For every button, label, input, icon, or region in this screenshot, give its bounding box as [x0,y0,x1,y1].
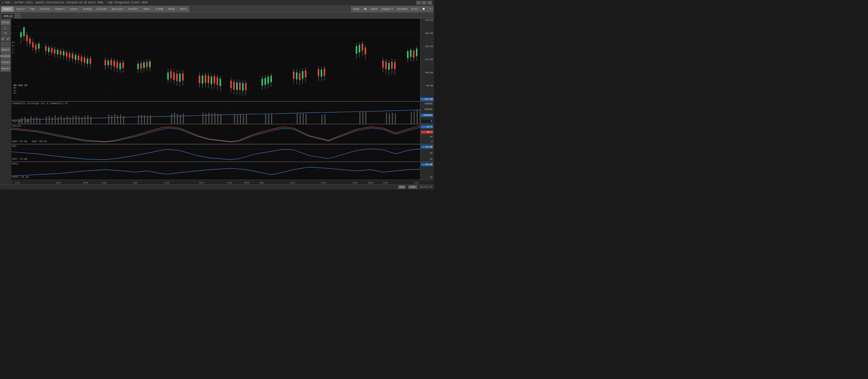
svg-text:|Jul: |Jul [164,182,169,184]
menu-quote[interactable]: Quote [14,6,27,12]
svg-rect-240 [297,114,298,124]
svg-rect-90 [173,72,175,80]
help-button[interactable]: ? [428,6,433,12]
stoch-0: 0 [421,140,434,143]
svg-rect-200 [67,117,68,124]
svg-rect-130 [267,77,269,84]
volume-panel: Commodity Exchange Vol & Commodity Oi Vo… [11,102,434,124]
svg-rect-116 [233,82,235,90]
svg-rect-56 [84,57,85,63]
title-bar: ✦ KCE - Coffee (ICE), Weekly Continuatio… [0,0,434,5]
window-button[interactable]: Window [396,6,409,12]
menu-alert[interactable]: Alert [68,6,81,12]
x-axis: |Jul |Oct |Jan |Apr |Jul |Oct 2018 |Jan … [11,180,434,185]
exit-button[interactable]: Exit [410,6,420,12]
svg-rect-244 [321,115,322,124]
svg-rect-249 [386,113,387,124]
nav-button[interactable]: ◄► [362,6,369,12]
svg-rect-206 [85,116,86,124]
maximize-button[interactable]: □ [422,1,427,4]
status-time: 15:22:44 [420,186,432,189]
vol-current: 266303 [421,114,433,117]
ohlc-labels: O= H= L= C= [12,41,15,55]
p001-badge: P001 [408,186,417,189]
svg-rect-230 [217,114,218,124]
svg-rect-234 [240,115,241,124]
plus2-icon[interactable]: + [6,42,10,46]
window-controls: − □ ✕ [416,1,432,4]
title-text: KCE - Coffee (ICE), Weekly Continuation … [5,1,147,4]
svg-rect-140 [302,71,303,79]
vol-300k: 300000 [421,103,434,105]
svg-rect-248 [365,112,366,124]
camera-icon[interactable]: 📷 [1,31,10,36]
num-badge: NUM [398,186,405,189]
svg-rect-215 [138,115,139,124]
svg-text:|Apr: |Apr [133,182,138,184]
svg-rect-110 [217,77,218,85]
stoch-current: 92.5 [421,125,433,128]
menu-ts[interactable]: T&S [28,6,37,12]
stoch-panel: SStoch SSK= 92.50 SSD= 80.39 [11,124,434,145]
svg-rect-247 [363,111,364,124]
svg-text:|Jan: |Jan [352,182,358,184]
close-button[interactable]: ✕ [428,1,432,4]
svg-rect-92 [176,74,178,81]
link2-icon[interactable]: 🔗 [6,36,10,41]
svg-rect-42 [63,51,64,55]
svg-rect-229 [215,113,216,124]
menu-trade[interactable]: Trade [153,6,166,12]
price-90: 90.00 [421,85,434,87]
print-icon[interactable]: 🖨 [1,26,10,30]
svg-rect-146 [321,70,322,77]
svg-rect-112 [219,79,221,86]
menu-supsrv[interactable]: SupSrv [53,6,67,12]
status-bar: NUM P001 15:22:44 [0,185,434,189]
menu-status[interactable]: Status [38,6,52,12]
studies-button[interactable]: Studies [1,53,10,59]
menu-rfqs[interactable]: RFQs [166,6,177,12]
menu-snapq[interactable]: SnapQ [81,6,94,12]
hvol-label: HVol [12,163,18,165]
tab-kce-w[interactable]: KCE,W [1,13,15,19]
hist-button[interactable]: <Hist> [1,66,10,71]
svg-rect-237 [265,114,266,124]
price-panel: O= H= L= C= [11,19,434,102]
hvol-scale: 35.66 20 [420,162,434,180]
page-button[interactable]: Page [351,6,361,12]
num-status: NUM [398,186,405,189]
rescl-button[interactable]: ReScl [1,47,10,53]
svg-rect-170 [410,50,412,57]
svg-rect-32 [48,47,50,52]
link1-icon[interactable]: 🔗 [1,36,5,41]
plus1-icon[interactable]: + [1,42,5,46]
menu-chart[interactable]: Chart [1,6,14,12]
svg-rect-225 [203,113,204,124]
svg-rect-38 [57,50,58,54]
rsi-scale: 75.60 50 25 [420,145,434,162]
minimize-button[interactable]: − [416,1,421,4]
svg-rect-22 [29,39,31,44]
menu-allcon[interactable]: AllCon [94,6,109,12]
menu-options[interactable]: Options [110,6,126,12]
setup-button[interactable]: Setup [1,20,10,25]
svg-rect-82 [146,62,148,67]
menu-ordtkt[interactable]: OrdTkt [126,6,141,12]
hvol-20: 20 [421,176,434,179]
resize-button[interactable]: 🔲 [420,6,427,12]
svg-rect-252 [395,114,396,124]
svg-rect-166 [394,62,396,69]
svg-rect-160 [385,62,387,69]
save-button[interactable]: Save [369,6,379,12]
menu-news[interactable]: News [141,6,152,12]
svg-text:|Jan: |Jan [227,182,232,184]
menu-more[interactable]: More [178,6,189,12]
add-tab-button[interactable]: + [16,13,21,19]
svg-rect-217 [144,115,145,124]
svg-rect-54 [81,57,82,62]
svg-rect-122 [242,83,244,91]
svg-text:|Apr: |Apr [383,182,388,184]
intd-button[interactable]: <IntD> [1,60,10,65]
support-button[interactable]: Support [380,6,395,12]
stoch-label: SStoch [12,125,21,128]
